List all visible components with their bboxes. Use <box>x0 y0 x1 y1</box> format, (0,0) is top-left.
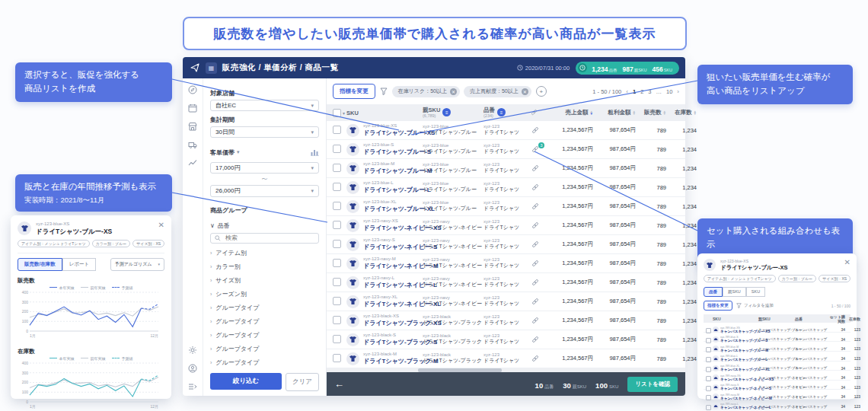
mini-table-row[interactable]: xyz-789-blue-XLキャンバスキャップ-ブルー-XL キャンバスキャッ… <box>704 362 850 371</box>
change-metrics-button[interactable]: 指標を変更 <box>333 84 375 99</box>
link-icon[interactable]: 3 <box>526 145 544 153</box>
nav-store-icon[interactable] <box>188 121 198 131</box>
histogram-icon[interactable] <box>311 145 319 159</box>
row-checkbox[interactable] <box>333 164 341 172</box>
link-icon[interactable] <box>526 164 544 172</box>
page-number[interactable]: 10 <box>666 88 672 95</box>
remove-chip-icon[interactable]: ✕ <box>522 88 528 95</box>
apps-grid-icon[interactable]: ▦ <box>206 62 217 74</box>
page-number[interactable]: 1 <box>633 88 636 95</box>
store-select[interactable]: 自社EC▾ <box>210 100 319 111</box>
tab-2[interactable]: SKU <box>746 287 765 297</box>
tree-item[interactable]: ›カラー別 <box>210 263 319 271</box>
account-icon[interactable] <box>188 363 198 373</box>
nav-compass-icon[interactable] <box>188 84 198 94</box>
link-icon[interactable] <box>526 183 544 191</box>
sku-name-link[interactable]: ドライTシャツ-ネイビー-M <box>363 263 423 270</box>
table-row[interactable]: xyz-123-navy-XSドライTシャツ-ネイビー-XS xyz-123-n… <box>327 216 685 235</box>
collapse-panel-icon[interactable] <box>188 381 198 391</box>
clear-filter-button[interactable]: クリア <box>286 373 319 391</box>
link-icon[interactable] <box>526 298 544 305</box>
add-filter-chip-button[interactable]: + <box>536 86 547 97</box>
col-stock[interactable]: 在庫数▲▼ <box>671 109 701 116</box>
change-metrics-button[interactable]: 指標を変更 <box>704 301 732 311</box>
row-checkbox[interactable] <box>333 335 341 343</box>
remove-chip-icon[interactable]: ✕ <box>450 88 457 95</box>
table-row[interactable]: xyz-123-blue-XSドライTシャツ-ブルー-XS xyz-123-bl… <box>327 121 685 140</box>
select-all-checkbox[interactable] <box>333 109 341 117</box>
link-icon[interactable] <box>526 355 544 362</box>
table-row[interactable]: xyz-123-blue-SドライTシャツ-ブルー-S xyz-123-blue… <box>327 140 685 159</box>
group-expanded-node[interactable]: ∨品番 <box>210 221 319 230</box>
close-icon[interactable]: ✕ <box>844 259 850 266</box>
row-checkbox[interactable] <box>333 316 341 324</box>
mini-table-row[interactable]: xyz-789-navy-XSキャンバスキャップ-ネイビー-XS キャンバスキャ… <box>704 371 850 381</box>
table-row[interactable]: xyz-123-navy-SドライTシャツ-ネイビー-S xyz-123-nav… <box>327 235 685 254</box>
horizontal-scrollbar[interactable] <box>327 368 685 372</box>
page-number[interactable]: 2 <box>640 88 643 95</box>
row-checkbox[interactable] <box>333 183 341 191</box>
mini-table-row[interactable]: xyz-789-navy-Lキャンバスキャップ-ネイビー-L キャンバスキャップ… <box>704 400 850 409</box>
sku-name-link[interactable]: ドライTシャツ-ブルー-M <box>363 167 423 175</box>
tree-item[interactable]: ›シーズン別 <box>210 290 319 298</box>
tab-1[interactable]: 親SKU <box>723 287 746 297</box>
col-sales[interactable]: 売上金額▲▼ <box>544 109 598 116</box>
table-row[interactable]: xyz-123-blue-LドライTシャツ-ブルー-L xyz-123-blue… <box>327 178 685 197</box>
table-row[interactable]: xyz-123-black-XSドライTシャツ-ブラック-XS xyz-123-… <box>327 311 685 330</box>
table-row[interactable]: xyz-123-navy-MドライTシャツ-ネイビー-M xyz-123-nav… <box>327 254 685 273</box>
tree-item[interactable]: ›グループタイプ <box>210 345 319 353</box>
tab-0[interactable]: 販売数/在庫数 <box>18 258 62 271</box>
tree-item[interactable]: ›グループタイプ <box>210 358 319 367</box>
link-icon[interactable] <box>526 317 544 324</box>
link-icon[interactable] <box>526 241 544 248</box>
table-row[interactable]: xyz-123-black-SドライTシャツ-ブラック-S xyz-123-bl… <box>327 330 685 349</box>
sku-name-link[interactable]: ドライTシャツ-ブラック-S <box>363 339 423 346</box>
page-number[interactable]: 3 <box>648 88 651 95</box>
table-row[interactable]: xyz-123-navy-LドライTシャツ-ネイビー-L xyz-123-nav… <box>327 273 685 292</box>
sku-name-link[interactable]: ドライTシャツ-ブラック-M <box>363 358 423 365</box>
nav-calendar-icon[interactable] <box>188 103 198 113</box>
add-filter-control[interactable]: フィルタを追加 <box>736 303 774 308</box>
apply-filter-button[interactable]: 絞り込む <box>210 373 282 390</box>
settings-gear-icon[interactable] <box>188 345 198 355</box>
table-row[interactable]: xyz-123-blue-MドライTシャツ-ブルー-M xyz-123-blue… <box>327 159 685 178</box>
price-band-caret-icon[interactable]: ▾ <box>237 149 240 155</box>
col-sku[interactable]: SKU <box>346 110 423 116</box>
row-checkbox[interactable] <box>333 354 341 362</box>
group-by-parent-icon[interactable]: ≡ <box>442 108 451 116</box>
nav-chart-icon[interactable] <box>188 158 198 167</box>
filter-chip[interactable]: 売上貢献度：50以上✕ <box>464 86 531 97</box>
sku-name-link[interactable]: ドライTシャツ-ネイビー-L <box>363 282 423 289</box>
close-icon[interactable]: ✕ <box>158 221 164 229</box>
link-icon[interactable] <box>526 202 544 210</box>
mini-table-row[interactable]: xyz-789-blue-Lキャンバスキャップ-ブルー-L キャンバスキャップ-… <box>704 352 850 362</box>
table-row[interactable]: xyz-123-black-MドライTシャツ-ブラック-M xyz-123-bl… <box>327 349 685 368</box>
col-qty[interactable]: 販売数▲▼ <box>640 109 671 116</box>
row-checkbox[interactable] <box>333 259 341 267</box>
price-from-select[interactable]: 17,000円▾ <box>210 162 319 174</box>
mini-table-row[interactable]: xyz-789-navy-Sキャンバスキャップ-ネイビー-S キャンバスキャップ… <box>704 381 850 390</box>
next-page-icon[interactable]: › <box>677 88 679 95</box>
sku-name-link[interactable]: ドライTシャツ-ネイビー-XL <box>363 301 423 308</box>
mini-table-row[interactable]: xyz-789-blue-Sキャンバスキャップ-ブルー-S キャンバスキャップ-… <box>704 333 850 342</box>
sku-name-link[interactable]: ドライTシャツ-ネイビー-XS <box>363 225 423 232</box>
page-number[interactable]: … <box>656 88 662 95</box>
mini-table-row[interactable]: xyz-789-blue-XSキャンバスキャップ-ブルー-XS キャンバスキャッ… <box>704 323 850 333</box>
sku-name-link[interactable]: ドライTシャツ-ブルー-S <box>363 148 423 156</box>
row-checkbox[interactable] <box>333 202 341 210</box>
sku-name-link[interactable]: ドライTシャツ-ブルー-XS <box>363 129 423 137</box>
tree-item[interactable]: ›アイテム別 <box>210 249 319 257</box>
row-checkbox[interactable] <box>333 297 341 305</box>
scrollbar-thumb[interactable] <box>418 368 502 372</box>
col-parent-sku[interactable]: 親SKU(6,789) ≡ <box>423 107 483 118</box>
row-checkbox[interactable] <box>333 145 341 153</box>
link-icon[interactable] <box>526 126 544 134</box>
forecast-algo-select[interactable]: 予測アルゴリズム▾ <box>110 258 164 271</box>
group-search-input[interactable] <box>224 234 295 242</box>
tab-1[interactable]: レポート <box>62 258 96 271</box>
price-to-select[interactable]: 26,000円▾ <box>210 185 319 196</box>
tree-item[interactable]: ›グループタイプ <box>210 317 319 326</box>
link-icon[interactable] <box>526 221 544 229</box>
confirm-list-button[interactable]: リストを確認 <box>627 377 678 392</box>
link-icon[interactable] <box>526 260 544 267</box>
